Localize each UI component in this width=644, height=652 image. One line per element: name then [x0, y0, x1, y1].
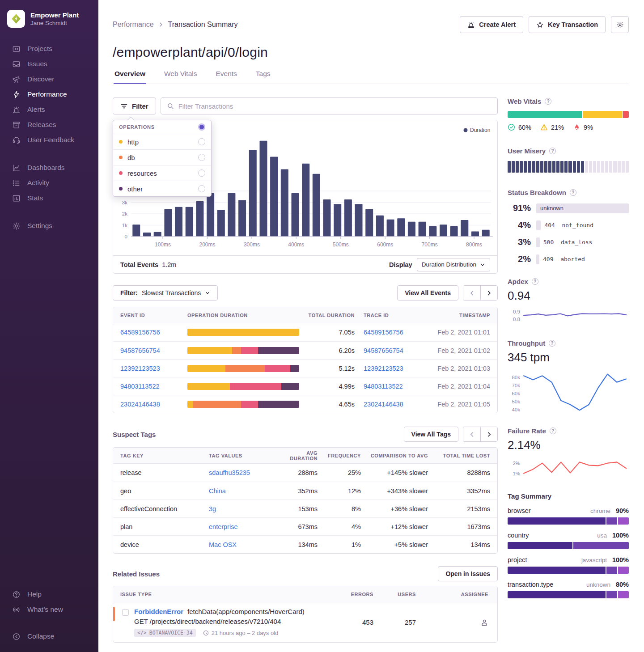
tag-summary-title: Tag Summary — [508, 492, 551, 500]
sidebar-item-releases[interactable]: Releases — [0, 117, 98, 132]
tab-events[interactable]: Events — [215, 70, 237, 84]
trace-id-link[interactable]: 94587656754 — [364, 347, 403, 354]
breadcrumb-parent[interactable]: Performance — [113, 21, 154, 29]
tag-summary-value: chrome — [590, 508, 610, 514]
operation-option-db[interactable]: db — [113, 149, 211, 165]
sidebar-item-activity[interactable]: Activity — [0, 175, 98, 191]
sidebar-item-settings[interactable]: Settings — [0, 218, 98, 233]
issue-row[interactable]: ForbiddenErrorfetchData(app/components/H… — [113, 602, 497, 642]
tag-value-link[interactable]: 3g — [209, 505, 279, 512]
view-all-tags-button[interactable]: View All Tags — [404, 427, 458, 442]
svg-text:1%: 1% — [513, 471, 520, 476]
tab-overview[interactable]: Overview — [114, 70, 146, 84]
sidebar-item-performance[interactable]: Performance — [0, 87, 98, 102]
total-duration: 5.12s — [299, 365, 355, 372]
view-all-events-button[interactable]: View All Events — [397, 285, 458, 301]
tag-value-link[interactable]: sdaufhu35235 — [209, 469, 279, 476]
event-id-link[interactable]: 64589156756 — [120, 329, 187, 336]
operation-duration-bar — [187, 329, 299, 336]
status-pct: 91% — [508, 203, 531, 213]
tag-summary-bar — [508, 517, 629, 525]
sidebar-item-help[interactable]: Help — [0, 587, 98, 602]
trace-id-link[interactable]: 64589156756 — [364, 329, 403, 336]
create-alert-button[interactable]: Create Alert — [460, 16, 523, 33]
issues-icon — [12, 59, 21, 68]
display-label: Display — [389, 261, 412, 268]
vital-stat: 9% — [573, 123, 593, 131]
operation-option-other[interactable]: other — [113, 181, 211, 196]
help-question-icon[interactable]: ? — [550, 428, 556, 434]
issue-type-link[interactable]: ForbiddenError — [134, 608, 183, 615]
sidebar-item-alerts[interactable]: Alerts — [0, 102, 98, 117]
trace-id-link[interactable]: 12392123523 — [364, 365, 403, 372]
key-transaction-button[interactable]: Key Transaction — [529, 16, 606, 33]
trace-id-link[interactable]: 94803113522 — [364, 383, 403, 390]
events-filter-dropdown[interactable]: Filter: Slowest Transactions — [113, 285, 218, 301]
svg-text:300ms: 300ms — [244, 241, 260, 248]
operation-radio[interactable] — [198, 185, 205, 192]
next-page-button[interactable] — [480, 286, 497, 300]
tag-value-link[interactable]: Mac OSX — [209, 541, 279, 548]
open-in-issues-button[interactable]: Open in Issues — [438, 566, 498, 581]
event-id-link[interactable]: 94803113522 — [120, 383, 187, 390]
help-question-icon[interactable]: ? — [532, 278, 538, 285]
sidebar-item-dashboards[interactable]: Dashboards — [0, 160, 98, 175]
status-breakdown-row: 2%409 aborted — [508, 254, 629, 264]
tab-tags[interactable]: Tags — [255, 70, 271, 84]
filter-button[interactable]: Filter — [113, 97, 156, 114]
settings-gear-button[interactable] — [611, 16, 629, 33]
operation-option-http[interactable]: http — [113, 134, 211, 149]
sidebar-item-user-feedback[interactable]: User Feedback — [0, 132, 98, 148]
display-select[interactable]: Duration Distribution — [417, 258, 490, 271]
svg-text:50k: 50k — [512, 399, 520, 404]
tag-summary-pct: 80% — [616, 581, 629, 588]
sidebar-item-stats[interactable]: Stats — [0, 191, 98, 206]
svg-text:400ms: 400ms — [288, 241, 304, 248]
event-id-link[interactable]: 23024146438 — [120, 401, 187, 408]
help-question-icon[interactable]: ? — [549, 340, 555, 347]
chevron-right-icon — [158, 22, 164, 27]
total-duration: 4.65s — [299, 401, 355, 408]
operation-color-dot — [119, 156, 123, 159]
warning-icon — [540, 123, 548, 131]
search-input[interactable] — [178, 102, 491, 110]
tag-value-link[interactable]: enterprise — [209, 523, 279, 530]
help-question-icon[interactable]: ? — [549, 148, 556, 154]
event-id-link[interactable]: 94587656754 — [120, 347, 187, 354]
sidebar-item-projects[interactable]: Projects — [0, 41, 98, 56]
operation-radio[interactable] — [198, 138, 205, 145]
operation-radio[interactable] — [198, 154, 205, 161]
tag-value-link[interactable]: China — [209, 487, 279, 495]
operations-dropdown-header[interactable]: OPERATIONS — [113, 120, 211, 134]
operation-option-resources[interactable]: resources — [113, 165, 211, 181]
svg-text:600ms: 600ms — [377, 241, 393, 248]
flame-icon — [573, 123, 580, 131]
sidebar-item-collapse[interactable]: Collapse — [0, 629, 98, 644]
sidebar-item-issues[interactable]: Issues — [0, 56, 98, 72]
next-page-button[interactable] — [480, 427, 497, 441]
help-question-icon[interactable]: ? — [545, 98, 551, 105]
help-question-icon[interactable]: ? — [570, 189, 576, 196]
issue-detail: GET /projects/direct/backend/releases/v7… — [134, 618, 305, 625]
event-timestamp: Feb 2, 2021 01:05 — [413, 401, 490, 408]
tab-web-vitals[interactable]: Web Vitals — [163, 70, 198, 84]
prev-page-button[interactable] — [463, 427, 480, 441]
event-id-link[interactable]: 12392123523 — [120, 365, 187, 372]
issue-checkbox[interactable] — [122, 609, 129, 616]
trace-id-link[interactable]: 23024146438 — [364, 401, 403, 408]
operation-radio[interactable] — [198, 169, 205, 177]
status-bar: unknown — [536, 203, 629, 213]
tag-key: effectiveConnection — [120, 505, 209, 512]
project-badge: </> BOTANAVOICE-34 — [134, 629, 196, 637]
sidebar-item-what-s-new[interactable]: What’s new — [0, 602, 98, 617]
operation-duration-bar — [187, 383, 299, 390]
transaction-search[interactable] — [161, 97, 498, 114]
assignee-button[interactable] — [428, 618, 490, 627]
stats-icon — [12, 194, 21, 203]
org-switcher[interactable]: Empower Plant Jane Schmidt — [0, 7, 98, 29]
prev-page-button[interactable] — [463, 286, 480, 300]
operations-radio-selected[interactable] — [198, 123, 205, 131]
sidebar-item-discover[interactable]: Discover — [0, 72, 98, 87]
failure-rate-sparkline: 2%1% — [508, 455, 629, 481]
check-icon — [508, 123, 515, 131]
